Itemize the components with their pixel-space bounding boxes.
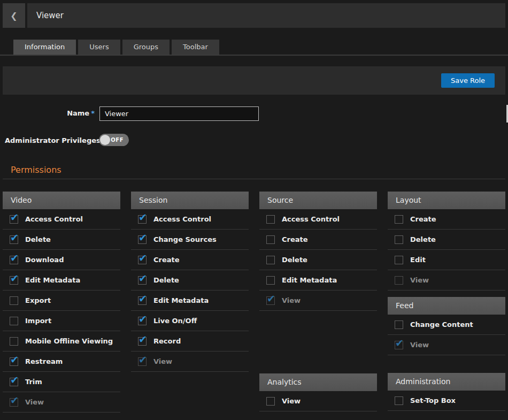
- checkbox-unchecked-icon: [395, 276, 403, 285]
- permission-row-layout-view: View: [388, 270, 505, 291]
- tab-toolbar[interactable]: Toolbar: [172, 40, 219, 55]
- permissions-column: SourceAccess ControlCreateDeleteEdit Met…: [259, 192, 377, 411]
- checkbox-checked-icon[interactable]: [10, 256, 18, 264]
- checkbox-checked-icon: [395, 341, 403, 349]
- checkbox-unchecked-icon[interactable]: [395, 256, 403, 264]
- permission-row-layout-delete: Delete: [388, 230, 505, 250]
- permission-row-video-mobile-offline-viewing: Mobile Offline Viewing: [3, 331, 120, 352]
- section-header-analytics: Analytics: [259, 373, 377, 391]
- section-header-administration: Administration: [388, 373, 505, 391]
- permission-row-video-delete: Delete: [3, 230, 120, 250]
- permission-row-session-change-sources: Change Sources: [131, 230, 249, 250]
- checkbox-unchecked-icon[interactable]: [10, 296, 18, 305]
- checkbox-checked-icon[interactable]: [138, 296, 147, 305]
- permission-row-session-view: View: [131, 352, 249, 372]
- checkbox-unchecked-icon[interactable]: [10, 317, 18, 325]
- checkbox-checked-icon[interactable]: [138, 256, 147, 264]
- checkbox-unchecked-icon[interactable]: [10, 337, 18, 346]
- permission-row-analytics-view: View: [259, 391, 377, 411]
- permission-row-source-create: Create: [259, 230, 377, 250]
- checkbox-unchecked-icon[interactable]: [266, 235, 275, 244]
- checkbox-checked-icon[interactable]: [138, 215, 147, 224]
- permission-label: Set-Top Box: [410, 396, 456, 404]
- permission-row-video-import: Import: [3, 311, 120, 331]
- permission-label: Change Sources: [153, 235, 217, 243]
- section-header-session: Session: [131, 192, 249, 209]
- permission-row-video-download: Download: [3, 250, 120, 270]
- checkbox-unchecked-icon[interactable]: [266, 256, 275, 264]
- permission-label: Change Content: [410, 320, 473, 329]
- permission-row-session-delete: Delete: [131, 270, 249, 291]
- checkbox-checked-icon: [138, 357, 147, 366]
- checkbox-unchecked-icon[interactable]: [266, 215, 275, 224]
- permission-row-video-access-control: Access Control: [3, 209, 120, 230]
- checkbox-checked-icon[interactable]: [138, 235, 147, 244]
- permission-row-video-trim: Trim: [3, 372, 120, 392]
- permission-label: View: [153, 357, 172, 365]
- checkbox-unchecked-icon[interactable]: [395, 320, 403, 329]
- section-header-feed: Feed: [388, 297, 505, 315]
- permission-label: Mobile Offline Viewing: [25, 337, 113, 345]
- tab-users[interactable]: Users: [78, 40, 120, 55]
- permission-row-source-view: View: [259, 291, 377, 311]
- permission-label: View: [282, 296, 301, 304]
- tab-bar: Information Users Groups Toolbar: [13, 40, 219, 55]
- checkbox-checked-icon[interactable]: [138, 337, 147, 346]
- permission-label: Create: [410, 215, 436, 223]
- checkbox-checked-icon[interactable]: [10, 215, 18, 224]
- toggle-knob-icon: [100, 135, 110, 145]
- permission-label: View: [410, 276, 429, 284]
- permission-label: Access Control: [282, 215, 340, 223]
- section-header-video: Video: [3, 192, 120, 209]
- title-bar: Viewer: [27, 3, 505, 28]
- permission-row-session-record: Record: [131, 331, 249, 352]
- toggle-state-label: OFF: [111, 134, 124, 146]
- checkbox-checked-icon[interactable]: [10, 378, 18, 386]
- permission-row-session-live-on-off: Live On/Off: [131, 311, 249, 331]
- checkbox-unchecked-icon[interactable]: [395, 396, 403, 405]
- permission-label: Edit Metadata: [25, 276, 80, 284]
- permission-row-source-delete: Delete: [259, 250, 377, 270]
- permission-label: Access Control: [153, 215, 211, 223]
- tab-groups[interactable]: Groups: [122, 40, 170, 55]
- permission-row-session-create: Create: [131, 250, 249, 270]
- checkbox-checked-icon[interactable]: [10, 276, 18, 285]
- permissions-column: SessionAccess ControlChange SourcesCreat…: [131, 192, 249, 372]
- permission-row-layout-create: Create: [388, 209, 505, 230]
- checkbox-unchecked-icon[interactable]: [266, 276, 275, 285]
- checkbox-checked-icon: [10, 398, 18, 407]
- permission-label: Delete: [282, 256, 307, 264]
- back-button[interactable]: ❮: [3, 3, 25, 28]
- checkbox-checked-icon[interactable]: [138, 317, 147, 325]
- permission-label: Delete: [153, 276, 179, 284]
- section-header-source: Source: [259, 192, 377, 209]
- permission-label: Delete: [25, 235, 51, 243]
- permission-row-feed-view: View: [388, 335, 505, 355]
- permission-label: View: [25, 398, 44, 406]
- checkbox-checked-icon[interactable]: [10, 235, 18, 244]
- permission-row-feed-change-content: Change Content: [388, 315, 505, 335]
- permission-label: Edit Metadata: [153, 296, 209, 304]
- permission-row-administration-set-top-box: Set-Top Box: [388, 391, 505, 411]
- checkbox-checked-icon[interactable]: [138, 276, 147, 285]
- checkbox-checked-icon: [266, 296, 275, 305]
- save-role-button[interactable]: Save Role: [441, 73, 495, 88]
- checkbox-unchecked-icon[interactable]: [395, 215, 403, 224]
- page-title: Viewer: [27, 3, 505, 28]
- permission-label: Live On/Off: [153, 317, 197, 325]
- required-asterisk: *: [91, 109, 95, 117]
- name-input[interactable]: [99, 106, 259, 121]
- permission-row-source-access-control: Access Control: [259, 209, 377, 230]
- tab-information[interactable]: Information: [13, 40, 76, 55]
- permission-label: Restream: [25, 357, 63, 365]
- checkbox-unchecked-icon[interactable]: [395, 235, 403, 244]
- permission-row-video-export: Export: [3, 291, 120, 311]
- permissions-grid: VideoAccess ControlDeleteDownloadEdit Me…: [3, 192, 505, 413]
- permission-label: Record: [153, 337, 181, 345]
- permission-row-video-view: View: [3, 392, 120, 413]
- checkbox-checked-icon[interactable]: [10, 357, 18, 366]
- checkbox-unchecked-icon[interactable]: [266, 397, 275, 406]
- permission-label: Trim: [25, 378, 42, 386]
- admin-privileges-toggle[interactable]: OFF: [99, 134, 129, 146]
- permissions-heading: Permissions: [11, 165, 61, 175]
